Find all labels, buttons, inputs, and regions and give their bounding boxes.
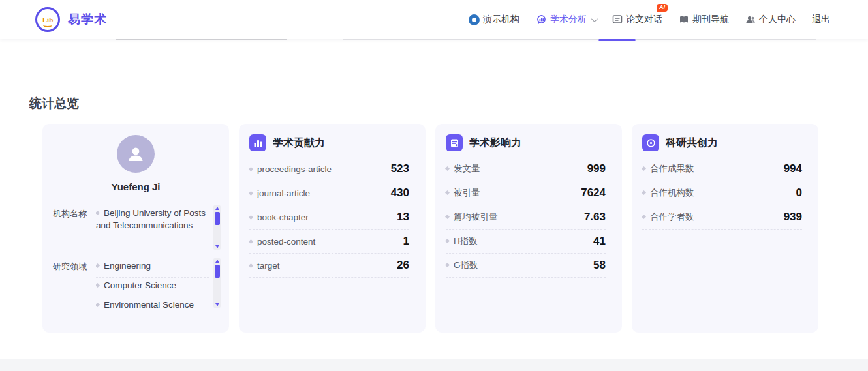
- stat-label: 被引量: [446, 187, 480, 199]
- nav-label: 学术分析: [550, 14, 587, 25]
- stat-row: posted-content1: [249, 230, 409, 254]
- page: Lib 易学术 演示机构 学术分析: [0, 0, 868, 371]
- journal-book-icon: [679, 14, 689, 25]
- stat-value: 523: [391, 162, 409, 175]
- scroll-up-icon[interactable]: [215, 207, 219, 210]
- list-item: Computer Science: [96, 278, 209, 297]
- ai-badge: AI: [657, 4, 668, 12]
- nav-item-journal-nav[interactable]: 期刊导航: [679, 14, 729, 25]
- nav-item-logout[interactable]: 退出: [812, 14, 830, 25]
- stat-rows: 发文量999 被引量7624 篇均被引量7.63 H指数41 G指数58: [435, 157, 622, 278]
- stat-row: 合作机构数0: [642, 181, 802, 205]
- research-collaboration-card: 科研共创力 合作成果数994 合作机构数0 合作学者数939: [632, 124, 818, 333]
- org-field-label: 机构名称: [53, 205, 92, 250]
- nav-item-academic-analysis[interactable]: 学术分析: [536, 14, 596, 25]
- stat-row: 篇均被引量7.63: [446, 205, 606, 230]
- diamond-bullet-icon: [249, 215, 253, 219]
- diamond-bullet-icon: [96, 211, 100, 215]
- stat-value: 939: [784, 211, 802, 224]
- list-item: Environmental Science: [96, 297, 209, 308]
- nav-label: 期刊导航: [692, 14, 729, 25]
- top-header: Lib 易学术 演示机构 学术分析: [0, 0, 868, 39]
- research-field-label: 研究领域: [53, 258, 92, 308]
- stat-value: 999: [587, 162, 606, 175]
- stat-label: 篇均被引量: [446, 211, 498, 223]
- research-field: 研究领域 Engineering Computer Science Enviro…: [53, 258, 221, 308]
- stat-row: 合作学者数939: [642, 205, 802, 230]
- stat-label: 合作成果数: [642, 163, 694, 175]
- scroll-down-icon[interactable]: [215, 303, 219, 306]
- stat-value: 7624: [581, 186, 606, 200]
- stat-value: 41: [593, 235, 606, 248]
- scholar-name: Yuefeng Ji: [42, 181, 229, 192]
- nav-label: 退出: [812, 14, 830, 25]
- analysis-chart-icon: [536, 14, 547, 25]
- avatar: [117, 135, 155, 173]
- scroll-down-icon[interactable]: [215, 245, 219, 248]
- stat-value: 7.63: [584, 211, 606, 224]
- diamond-bullet-icon: [642, 166, 646, 171]
- stat-row: 发文量999: [446, 157, 606, 181]
- academic-influence-card: 学术影响力 发文量999 被引量7624 篇均被引量7.63 H指数41 G指数…: [435, 124, 622, 333]
- academic-contribution-card: 学术贡献力 proceedings-article523 journal-art…: [239, 124, 426, 333]
- stat-label: H指数: [446, 235, 478, 247]
- stat-row: book-chapter13: [249, 205, 409, 230]
- scrollbar-thumb[interactable]: [215, 212, 220, 225]
- section-divider: [29, 65, 830, 65]
- nav-item-demo-org[interactable]: 演示机构: [469, 14, 519, 25]
- diamond-bullet-icon: [249, 190, 253, 195]
- list-item: Beijing University of Posts and Telecomm…: [96, 205, 209, 237]
- org-list-scrollbar[interactable]: [213, 205, 221, 250]
- stat-label: proceedings-article: [249, 164, 332, 174]
- stat-value: 13: [397, 211, 409, 224]
- stat-row: proceedings-article523: [249, 157, 409, 181]
- stat-label: journal-article: [249, 188, 310, 198]
- diamond-bullet-icon: [642, 190, 646, 195]
- card-header: 科研共创力: [632, 124, 818, 157]
- research-list-scrollbar[interactable]: [213, 258, 221, 308]
- diamond-bullet-icon: [445, 166, 450, 171]
- stat-row: 合作成果数994: [642, 157, 802, 181]
- diamond-bullet-icon: [249, 239, 253, 243]
- stat-value: 0: [796, 186, 802, 200]
- nav-item-paper-chat[interactable]: 论文对话 AI: [612, 14, 662, 25]
- bar-chart-icon: [249, 134, 266, 151]
- card-title: 学术贡献力: [273, 136, 325, 150]
- scholar-profile-card: Yuefeng Ji 机构名称 Beijing University of Po…: [42, 124, 229, 333]
- stat-label: target: [249, 261, 280, 271]
- chevron-down-icon: [591, 16, 598, 22]
- active-nav-underline: [598, 39, 636, 41]
- diamond-bullet-icon: [96, 283, 100, 288]
- page-footer: [0, 359, 868, 371]
- brand[interactable]: Lib 易学术: [35, 7, 107, 32]
- brand-logo-icon: Lib: [35, 7, 60, 32]
- user-center-icon: [745, 14, 756, 25]
- nav-label: 演示机构: [483, 14, 519, 25]
- stat-rows: proceedings-article523 journal-article43…: [239, 157, 426, 278]
- stat-value: 1: [403, 235, 409, 248]
- stat-label: book-chapter: [249, 213, 309, 222]
- diamond-bullet-icon: [642, 215, 646, 219]
- diamond-bullet-icon: [249, 166, 253, 171]
- list-item: Engineering: [96, 258, 209, 278]
- stat-row: H指数41: [446, 230, 606, 254]
- stat-value: 430: [391, 186, 409, 200]
- scrollbar-thumb[interactable]: [215, 265, 220, 278]
- paper-chat-icon: [612, 14, 623, 25]
- diamond-bullet-icon: [445, 215, 450, 219]
- diamond-bullet-icon: [96, 263, 100, 268]
- card-header: 学术贡献力: [239, 124, 426, 157]
- research-list: Engineering Computer Science Environment…: [96, 258, 209, 308]
- stat-row: target26: [249, 254, 409, 278]
- scroll-up-icon[interactable]: [215, 260, 219, 263]
- card-title: 科研共创力: [666, 136, 718, 150]
- toolbar-edge-line: [116, 39, 287, 40]
- stat-value: 26: [397, 259, 409, 272]
- org-list: Beijing University of Posts and Telecomm…: [96, 205, 209, 250]
- document-icon: [446, 134, 463, 151]
- nav-label: 个人中心: [759, 14, 796, 25]
- stats-cards-row: Yuefeng Ji 机构名称 Beijing University of Po…: [42, 124, 818, 333]
- logo-lib-text: Lib: [42, 16, 54, 23]
- card-header: 学术影响力: [435, 124, 622, 157]
- nav-item-user-center[interactable]: 个人中心: [745, 14, 796, 25]
